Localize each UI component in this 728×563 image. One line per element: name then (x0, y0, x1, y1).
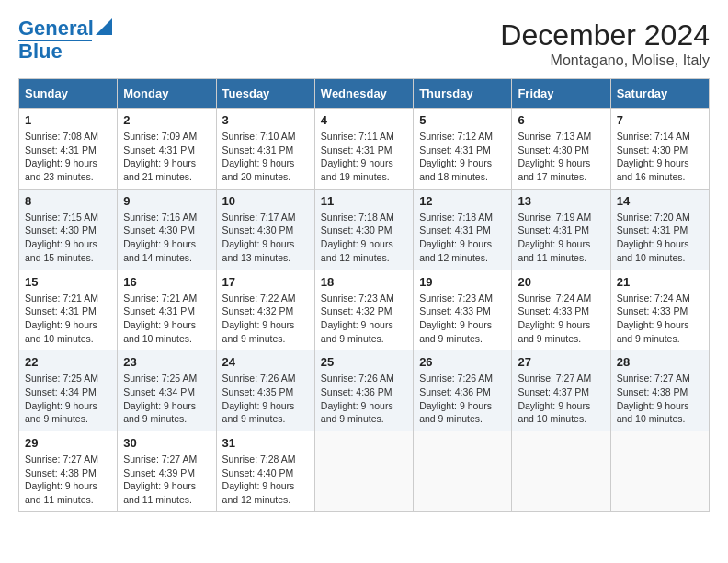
day-number: 6 (518, 113, 604, 127)
week-row: 15Sunrise: 7:21 AMSunset: 4:31 PMDayligh… (19, 270, 710, 350)
day-number: 16 (123, 275, 210, 289)
svg-marker-0 (96, 18, 112, 35)
day-cell: 19Sunrise: 7:23 AMSunset: 4:33 PMDayligh… (414, 270, 512, 350)
day-number: 17 (222, 275, 309, 289)
calendar-table: SundayMondayTuesdayWednesdayThursdayFrid… (18, 78, 710, 512)
day-cell: 12Sunrise: 7:18 AMSunset: 4:31 PMDayligh… (414, 189, 512, 270)
day-cell: 14Sunrise: 7:20 AMSunset: 4:31 PMDayligh… (610, 189, 709, 270)
day-number: 15 (25, 275, 111, 289)
day-cell: 26Sunrise: 7:26 AMSunset: 4:36 PMDayligh… (414, 350, 512, 431)
day-info: Sunrise: 7:14 AMSunset: 4:30 PMDaylight:… (617, 130, 703, 184)
day-number: 10 (222, 194, 309, 208)
day-number: 25 (321, 355, 407, 369)
day-info: Sunrise: 7:24 AMSunset: 4:33 PMDaylight:… (518, 292, 604, 346)
header-cell-saturday: Saturday (610, 79, 709, 109)
logo-text-blue: Blue (18, 41, 63, 62)
day-cell: 31Sunrise: 7:28 AMSunset: 4:40 PMDayligh… (216, 431, 314, 512)
day-cell (512, 431, 610, 512)
day-info: Sunrise: 7:19 AMSunset: 4:31 PMDaylight:… (518, 211, 604, 265)
day-number: 4 (321, 113, 407, 127)
day-info: Sunrise: 7:20 AMSunset: 4:31 PMDaylight:… (617, 211, 703, 265)
day-number: 24 (222, 355, 309, 369)
header-cell-thursday: Thursday (414, 79, 512, 109)
week-row: 8Sunrise: 7:15 AMSunset: 4:30 PMDaylight… (19, 189, 710, 270)
day-cell: 8Sunrise: 7:15 AMSunset: 4:30 PMDaylight… (19, 189, 118, 270)
day-cell: 28Sunrise: 7:27 AMSunset: 4:38 PMDayligh… (610, 350, 709, 431)
header-cell-friday: Friday (512, 79, 610, 109)
day-number: 20 (518, 275, 604, 289)
week-row: 1Sunrise: 7:08 AMSunset: 4:31 PMDaylight… (19, 109, 710, 190)
day-info: Sunrise: 7:26 AMSunset: 4:36 PMDaylight:… (321, 372, 407, 426)
day-number: 7 (617, 113, 703, 127)
header-cell-wednesday: Wednesday (314, 79, 413, 109)
day-number: 8 (25, 194, 111, 208)
week-row: 22Sunrise: 7:25 AMSunset: 4:34 PMDayligh… (19, 350, 710, 431)
day-cell: 15Sunrise: 7:21 AMSunset: 4:31 PMDayligh… (19, 270, 118, 350)
day-info: Sunrise: 7:27 AMSunset: 4:39 PMDaylight:… (123, 453, 210, 507)
day-number: 5 (419, 113, 506, 127)
logo: General Blue (18, 18, 112, 62)
day-info: Sunrise: 7:28 AMSunset: 4:40 PMDaylight:… (222, 453, 309, 507)
logo-text: General (18, 18, 94, 39)
day-number: 19 (419, 275, 506, 289)
day-number: 1 (25, 113, 111, 127)
title-block: December 2024 Montagano, Molise, Italy (500, 18, 710, 69)
header-row: SundayMondayTuesdayWednesdayThursdayFrid… (19, 79, 710, 109)
header-cell-sunday: Sunday (19, 79, 118, 109)
day-cell: 25Sunrise: 7:26 AMSunset: 4:36 PMDayligh… (314, 350, 413, 431)
day-cell: 22Sunrise: 7:25 AMSunset: 4:34 PMDayligh… (19, 350, 118, 431)
day-info: Sunrise: 7:18 AMSunset: 4:31 PMDaylight:… (419, 211, 506, 265)
day-info: Sunrise: 7:16 AMSunset: 4:30 PMDaylight:… (123, 211, 210, 265)
page-header: General Blue December 2024 Montagano, Mo… (18, 18, 710, 69)
day-number: 31 (222, 436, 309, 450)
day-info: Sunrise: 7:09 AMSunset: 4:31 PMDaylight:… (123, 130, 210, 184)
day-info: Sunrise: 7:27 AMSunset: 4:38 PMDaylight:… (617, 372, 703, 426)
day-number: 22 (25, 355, 111, 369)
day-cell: 3Sunrise: 7:10 AMSunset: 4:31 PMDaylight… (216, 109, 314, 190)
day-cell: 7Sunrise: 7:14 AMSunset: 4:30 PMDaylight… (610, 109, 709, 190)
day-cell: 1Sunrise: 7:08 AMSunset: 4:31 PMDaylight… (19, 109, 118, 190)
day-info: Sunrise: 7:18 AMSunset: 4:30 PMDaylight:… (321, 211, 407, 265)
day-cell: 17Sunrise: 7:22 AMSunset: 4:32 PMDayligh… (216, 270, 314, 350)
day-cell (314, 431, 413, 512)
day-number: 30 (123, 436, 210, 450)
day-info: Sunrise: 7:23 AMSunset: 4:32 PMDaylight:… (321, 292, 407, 346)
day-info: Sunrise: 7:11 AMSunset: 4:31 PMDaylight:… (321, 130, 407, 184)
day-cell: 23Sunrise: 7:25 AMSunset: 4:34 PMDayligh… (118, 350, 216, 431)
day-cell: 18Sunrise: 7:23 AMSunset: 4:32 PMDayligh… (314, 270, 413, 350)
day-number: 14 (617, 194, 703, 208)
day-number: 2 (123, 113, 210, 127)
day-cell: 5Sunrise: 7:12 AMSunset: 4:31 PMDaylight… (414, 109, 512, 190)
calendar-title: December 2024 (500, 18, 710, 52)
day-info: Sunrise: 7:27 AMSunset: 4:37 PMDaylight:… (518, 372, 604, 426)
day-cell: 10Sunrise: 7:17 AMSunset: 4:30 PMDayligh… (216, 189, 314, 270)
day-info: Sunrise: 7:23 AMSunset: 4:33 PMDaylight:… (419, 292, 506, 346)
day-cell: 6Sunrise: 7:13 AMSunset: 4:30 PMDaylight… (512, 109, 610, 190)
calendar-body: 1Sunrise: 7:08 AMSunset: 4:31 PMDaylight… (19, 109, 710, 512)
day-number: 23 (123, 355, 210, 369)
day-number: 12 (419, 194, 506, 208)
week-row: 29Sunrise: 7:27 AMSunset: 4:38 PMDayligh… (19, 431, 710, 512)
day-cell: 20Sunrise: 7:24 AMSunset: 4:33 PMDayligh… (512, 270, 610, 350)
day-info: Sunrise: 7:22 AMSunset: 4:32 PMDaylight:… (222, 292, 309, 346)
day-cell: 2Sunrise: 7:09 AMSunset: 4:31 PMDaylight… (118, 109, 216, 190)
day-number: 11 (321, 194, 407, 208)
day-cell: 11Sunrise: 7:18 AMSunset: 4:30 PMDayligh… (314, 189, 413, 270)
day-info: Sunrise: 7:15 AMSunset: 4:30 PMDaylight:… (25, 211, 111, 265)
day-info: Sunrise: 7:21 AMSunset: 4:31 PMDaylight:… (25, 292, 111, 346)
day-cell (610, 431, 709, 512)
day-number: 9 (123, 194, 210, 208)
calendar-header: SundayMondayTuesdayWednesdayThursdayFrid… (19, 79, 710, 109)
day-cell: 13Sunrise: 7:19 AMSunset: 4:31 PMDayligh… (512, 189, 610, 270)
day-cell: 16Sunrise: 7:21 AMSunset: 4:31 PMDayligh… (118, 270, 216, 350)
day-cell: 21Sunrise: 7:24 AMSunset: 4:33 PMDayligh… (610, 270, 709, 350)
day-number: 27 (518, 355, 604, 369)
day-info: Sunrise: 7:08 AMSunset: 4:31 PMDaylight:… (25, 130, 111, 184)
day-cell: 9Sunrise: 7:16 AMSunset: 4:30 PMDaylight… (118, 189, 216, 270)
day-info: Sunrise: 7:25 AMSunset: 4:34 PMDaylight:… (123, 372, 210, 426)
day-info: Sunrise: 7:25 AMSunset: 4:34 PMDaylight:… (25, 372, 111, 426)
day-number: 21 (617, 275, 703, 289)
day-info: Sunrise: 7:26 AMSunset: 4:35 PMDaylight:… (222, 372, 309, 426)
day-info: Sunrise: 7:13 AMSunset: 4:30 PMDaylight:… (518, 130, 604, 184)
day-info: Sunrise: 7:12 AMSunset: 4:31 PMDaylight:… (419, 130, 506, 184)
